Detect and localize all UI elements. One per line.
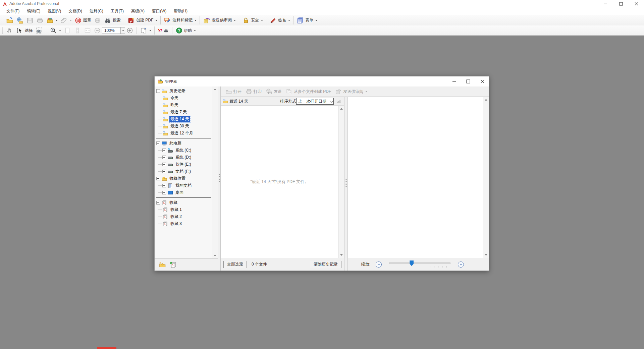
secure-button[interactable]: 安全 [241,16,264,25]
menu-view[interactable]: 视图(V) [44,8,65,15]
collapse-icon[interactable] [156,201,160,205]
dialog-minimize-icon[interactable] [446,76,461,86]
toolbar-grip[interactable] [123,17,125,24]
select-all-button[interactable]: 全部选定 [223,261,247,268]
zoom-level-dropdown-icon[interactable] [121,27,125,34]
minimize-icon[interactable] [598,0,613,7]
yahoo-search-button[interactable]: Y! [156,26,170,35]
collapse-icon[interactable] [156,141,160,145]
tree-item-my-documents[interactable]: 我的文档 [162,182,212,189]
list-scrollbar[interactable] [338,106,344,258]
stamp-button[interactable]: 图章 [73,16,93,25]
menu-help[interactable]: 帮助(H) [170,8,191,15]
new-favorite-place-button[interactable] [159,261,166,269]
tree-section-favorite-places[interactable]: 收藏位置 [156,175,212,182]
save-button[interactable] [25,16,35,25]
expand-icon[interactable] [162,191,166,194]
tree-item-drive-f[interactable]: 文档 (F:) [162,168,212,175]
page-display-button[interactable] [139,26,153,35]
scroll-up-icon[interactable] [212,86,218,92]
slider-thumb[interactable] [410,260,414,266]
organizer-button[interactable] [45,16,59,25]
expand-icon[interactable] [162,149,166,152]
snapshot-button[interactable] [34,26,44,35]
tree-item-last-30-days[interactable]: 最近 30 天 [162,123,212,130]
expand-icon[interactable] [162,184,166,187]
menu-tools[interactable]: 工具(T) [107,8,127,15]
slider-track[interactable] [389,263,450,264]
organizer-send-for-review-button[interactable]: 发送供审阅 [333,88,369,96]
menu-advanced[interactable]: 高级(A) [127,8,148,15]
preview-zoom-slider[interactable] [389,260,450,269]
new-collection-button[interactable] [169,261,177,269]
collapse-icon[interactable] [156,177,160,180]
zoom-in-icon[interactable]: + [458,261,464,268]
toolbar-grip[interactable] [172,27,173,34]
tree-item-collection-2[interactable]: 收藏 2 [162,213,212,220]
zoom-tool-button[interactable] [48,26,62,35]
forms-button[interactable]: 表单 [295,16,319,25]
scroll-up-icon[interactable] [339,106,344,112]
tree-item-today[interactable]: 今天 [162,95,212,102]
fit-page-button[interactable] [72,26,83,35]
help-button[interactable]: ? 帮助 [174,26,197,35]
expand-icon[interactable] [162,156,166,159]
dialog-close-icon[interactable] [475,76,489,86]
sort-by-select[interactable]: 上一次打开日期 [296,98,334,105]
sort-direction-button[interactable] [335,98,343,105]
organizer-send-button[interactable]: 发送 [264,88,284,96]
zoom-out-icon[interactable]: − [376,261,382,268]
comment-markup-button[interactable]: 注释和标记 [162,16,198,25]
tree-item-collection-3[interactable]: 收藏 3 [162,220,212,227]
toolbar-grip[interactable] [136,27,137,34]
actual-size-button[interactable] [62,26,72,35]
zoom-in-button[interactable] [125,26,135,35]
tree-scrollbar[interactable] [212,86,218,258]
scroll-down-icon[interactable] [483,252,489,258]
preview-scrollbar[interactable] [483,97,489,258]
zoom-level-input[interactable]: 100% [102,27,121,34]
toolbar-grip[interactable] [46,27,47,34]
zoom-out-button[interactable] [93,26,102,35]
organizer-open-button[interactable]: 打开 [223,88,244,96]
open-button[interactable] [5,16,15,25]
select-tool-button[interactable]: 选择 [15,26,34,35]
maximize-icon[interactable] [613,0,629,7]
dialog-maximize-icon[interactable] [461,76,475,86]
tree-item-drive-d[interactable]: 系统 (D:) [162,154,212,161]
collapse-icon[interactable] [156,89,160,93]
sign-button[interactable]: 签名 [268,16,291,25]
tree-item-last-7-days[interactable]: 最近 7 天 [162,109,212,116]
tree-section-history[interactable]: 历史记录 [156,88,212,95]
menu-window[interactable]: 窗口(W) [148,8,170,15]
preview-splitter[interactable] [344,97,348,271]
tree-section-computer[interactable]: 此电脑 [156,140,212,147]
toolbar-grip[interactable] [2,27,3,34]
menu-document[interactable]: 文档(D) [65,8,86,15]
send-for-review-button[interactable]: 发送供审阅 [202,16,237,25]
scroll-down-icon[interactable] [212,253,218,258]
tree-item-last-12-months[interactable]: 最近 12 个月 [162,130,212,137]
create-pdf-button[interactable]: 创建 PDF [126,16,159,25]
scroll-down-icon[interactable] [339,252,344,258]
tree-section-collections[interactable]: 收藏 [156,199,212,206]
tree-item-desktop[interactable]: 桌面 [162,189,212,196]
tree-item-last-14-days[interactable]: 最近 14 天 [162,116,212,123]
organizer-create-pdf-multiple-button[interactable]: 从多个文件创建 PDF [284,88,333,96]
open-web-button[interactable] [15,16,25,25]
hand-tool-button[interactable] [5,26,15,35]
expand-icon[interactable] [162,163,166,166]
tree-item-drive-c[interactable]: 系统 (C:) [162,147,212,154]
menu-comments[interactable]: 注释(C) [86,8,107,15]
menu-edit[interactable]: 编辑(E) [23,8,44,15]
attach-button[interactable] [59,16,73,25]
search-button[interactable]: 搜索 [103,16,122,25]
tree-item-collection-1[interactable]: 收藏 1 [162,206,212,213]
tree-item-yesterday[interactable]: 昨天 [162,102,212,109]
organizer-titlebar[interactable]: 管理器 [155,76,489,86]
print-button[interactable] [35,16,45,25]
fit-width-button[interactable] [83,26,93,35]
send-globe-button[interactable] [93,16,103,25]
scroll-up-icon[interactable] [483,97,489,103]
menu-file[interactable]: 文件(F) [3,8,23,15]
